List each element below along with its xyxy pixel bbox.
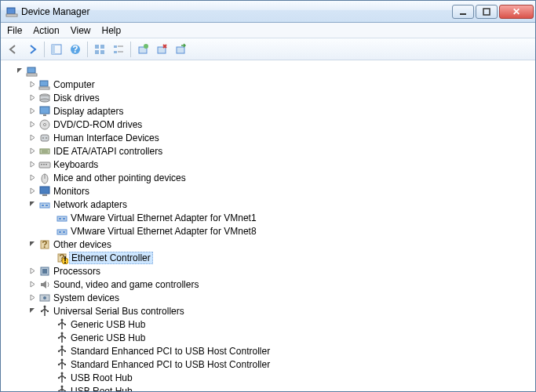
svg-point-67: [61, 318, 64, 321]
svg-point-30: [44, 123, 46, 125]
titlebar[interactable]: Device Manager ✕: [1, 1, 535, 23]
tree-category-system[interactable]: System devices: [1, 291, 535, 304]
back-button[interactable]: [4, 41, 23, 58]
svg-point-64: [44, 305, 46, 307]
svg-rect-84: [64, 390, 66, 392]
svg-point-79: [61, 372, 64, 374]
expand-toggle-icon[interactable]: [27, 120, 37, 129]
expand-toggle-icon[interactable]: [27, 107, 37, 116]
computer-root-icon: [26, 65, 38, 78]
forward-button[interactable]: [23, 41, 42, 58]
tree-category-monitors[interactable]: Monitors: [1, 184, 535, 198]
usb-icon: [56, 318, 68, 331]
menubar: File Action View Help: [1, 23, 535, 38]
tree-item-label: VMware Virtual Ethernet Adapter for VMne…: [71, 212, 257, 223]
cpu-icon: [38, 265, 51, 278]
svg-rect-2: [460, 13, 466, 15]
svg-rect-31: [41, 135, 49, 141]
svg-rect-20: [27, 67, 35, 73]
svg-rect-13: [114, 51, 117, 53]
uninstall-button[interactable]: [152, 41, 171, 58]
showhide-button[interactable]: [47, 41, 66, 58]
menu-help[interactable]: Help: [102, 25, 122, 36]
view-devices-by-connection-button[interactable]: [109, 41, 128, 58]
tree-item-eth[interactable]: ·?!Ethernet Controller: [1, 251, 535, 264]
expand-toggle-icon[interactable]: [27, 147, 37, 156]
close-button[interactable]: ✕: [499, 5, 534, 19]
maximize-button[interactable]: [476, 5, 498, 19]
update-driver-button[interactable]: [171, 41, 190, 58]
tree-category-display[interactable]: Display adapters: [1, 104, 535, 118]
tree-item-enh1[interactable]: ·Standard Enhanced PCI to USB Host Contr…: [1, 344, 535, 358]
tree-category-sound[interactable]: Sound, video and game controllers: [1, 278, 535, 291]
expand-toggle-icon[interactable]: [27, 80, 37, 89]
usb-icon: [56, 332, 68, 344]
expand-toggle-icon[interactable]: [27, 187, 37, 196]
expand-toggle-icon[interactable]: [27, 133, 37, 143]
expand-toggle-icon[interactable]: [15, 67, 24, 76]
tree-item-label: VMware Virtual Ethernet Adapter for VMne…: [71, 226, 257, 237]
tree-item-ghub2[interactable]: ·Generic USB Hub: [1, 331, 535, 344]
usb-icon: [56, 372, 68, 384]
tree-category-label: Computer: [53, 79, 95, 90]
usb-icon: [56, 358, 68, 371]
tree-category-disk[interactable]: Disk drives: [1, 91, 535, 104]
tree-category-ide[interactable]: IDE ATA/ATAPI controllers: [1, 144, 535, 158]
expand-toggle-icon[interactable]: [27, 267, 37, 276]
svg-point-33: [46, 137, 47, 139]
tree-category-processors[interactable]: Processors: [1, 264, 535, 278]
tree-item-enh2[interactable]: ·Standard Enhanced PCI to USB Host Contr…: [1, 358, 535, 371]
tree-category-other[interactable]: ?Other devices: [1, 238, 535, 251]
svg-point-26: [40, 99, 49, 102]
tree-item-vmnet8[interactable]: ·VMware Virtual Ethernet Adapter for VMn…: [1, 224, 535, 238]
expand-toggle-icon[interactable]: [27, 293, 37, 303]
tree-item-uroot1[interactable]: ·USB Root Hub: [1, 371, 535, 384]
svg-rect-40: [46, 164, 47, 165]
svg-point-32: [42, 137, 44, 139]
expand-toggle-icon[interactable]: [27, 160, 37, 169]
svg-rect-34: [40, 149, 49, 154]
svg-point-77: [58, 363, 60, 365]
tree-category-dvd[interactable]: DVD/CD-ROM drives: [1, 118, 535, 131]
network-icon: [56, 225, 68, 238]
help-button[interactable]: ?: [66, 41, 85, 58]
svg-rect-46: [42, 205, 44, 206]
expand-toggle-icon[interactable]: [27, 307, 37, 316]
svg-rect-48: [57, 216, 67, 221]
tree-category-computer[interactable]: Computer: [1, 78, 535, 91]
svg-text:?: ?: [72, 44, 78, 55]
tree-item-vmnet1[interactable]: ·VMware Virtual Ethernet Adapter for VMn…: [1, 211, 535, 224]
toolbar-separator: [130, 42, 131, 57]
tree-category-hid[interactable]: Human Interface Devices: [1, 131, 535, 144]
svg-rect-38: [41, 164, 42, 165]
tree-category-mice[interactable]: Mice and other pointing devices: [1, 171, 535, 184]
svg-rect-8: [95, 45, 99, 49]
expand-toggle-icon[interactable]: [27, 240, 37, 249]
svg-rect-21: [27, 74, 37, 76]
menu-action[interactable]: Action: [33, 25, 59, 36]
minimize-button[interactable]: [452, 5, 474, 19]
scan-hardware-button[interactable]: [133, 41, 152, 58]
expand-toggle-icon[interactable]: [27, 200, 37, 209]
hid-icon: [38, 132, 51, 144]
svg-rect-43: [40, 187, 49, 194]
svg-rect-52: [59, 231, 61, 233]
expand-toggle-icon[interactable]: [27, 280, 37, 289]
tree-content[interactable]: ComputerDisk drivesDisplay adaptersDVD/C…: [1, 60, 535, 391]
expand-toggle-icon[interactable]: [27, 93, 37, 103]
dvd-icon: [38, 118, 51, 131]
tree-item-uroot2[interactable]: ·USB Root Hub: [1, 384, 535, 391]
menu-view[interactable]: View: [71, 25, 91, 36]
tree-category-network[interactable]: Network adapters: [1, 198, 535, 211]
tree-item-label: Standard Enhanced PCI to USB Host Contro…: [71, 359, 270, 370]
tree-category-label: DVD/CD-ROM drives: [53, 119, 142, 130]
tree-category-usb[interactable]: Universal Serial Bus controllers: [1, 304, 535, 318]
tree-root-row[interactable]: [1, 64, 535, 78]
tree-category-keyboards[interactable]: Keyboards: [1, 158, 535, 171]
expand-toggle-icon[interactable]: [27, 173, 37, 183]
toolbar: ?: [1, 38, 535, 60]
menu-file[interactable]: File: [7, 25, 22, 36]
svg-rect-51: [57, 230, 67, 234]
tree-item-ghub1[interactable]: ·Generic USB Hub: [1, 318, 535, 331]
view-devices-by-type-button[interactable]: [90, 41, 109, 58]
